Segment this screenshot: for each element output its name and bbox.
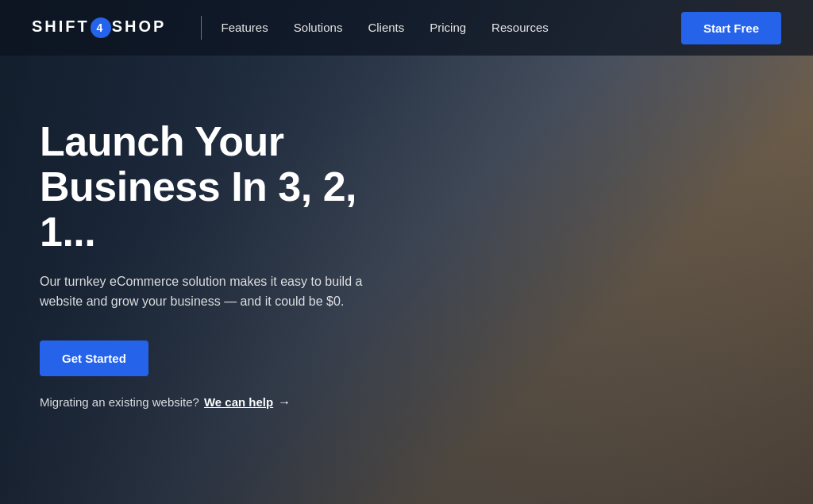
nav-link-solutions[interactable]: Solutions bbox=[294, 21, 343, 34]
logo: SHIFT4SHOP bbox=[32, 17, 166, 38]
nav-links: Features Solutions Clients Pricing Resou… bbox=[221, 21, 681, 35]
hero-headline: Launch Your Business In 3, 2, 1... bbox=[40, 119, 373, 256]
nav-link-clients[interactable]: Clients bbox=[368, 21, 404, 34]
page: SHIFT4SHOP Features Solutions Clients Pr… bbox=[0, 0, 813, 504]
logo-shift-text: SHIFT bbox=[32, 17, 90, 35]
logo-nav-divider bbox=[201, 16, 202, 40]
migration-text: Migrating an existing website? We can he… bbox=[40, 395, 373, 410]
migration-prefix: Migrating an existing website? bbox=[40, 395, 199, 409]
nav-cta-area: Start Free bbox=[681, 12, 781, 44]
logo-shop-text: SHOP bbox=[112, 17, 167, 35]
nav-item-pricing[interactable]: Pricing bbox=[430, 21, 466, 35]
migration-link[interactable]: We can help bbox=[204, 395, 273, 409]
hero-subtext: Our turnkey eCommerce solution makes it … bbox=[40, 271, 373, 312]
nav-item-resources[interactable]: Resources bbox=[491, 21, 549, 35]
nav-item-clients[interactable]: Clients bbox=[368, 21, 404, 35]
get-started-button[interactable]: Get Started bbox=[40, 340, 148, 376]
hero-section: Launch Your Business In 3, 2, 1... Our t… bbox=[0, 56, 413, 441]
nav-link-pricing[interactable]: Pricing bbox=[430, 21, 466, 34]
nav-link-resources[interactable]: Resources bbox=[491, 21, 549, 34]
nav-item-features[interactable]: Features bbox=[221, 21, 268, 35]
arrow-right-icon: → bbox=[278, 395, 291, 410]
logo-four-icon: 4 bbox=[91, 17, 111, 38]
start-free-button[interactable]: Start Free bbox=[681, 12, 781, 44]
nav-item-solutions[interactable]: Solutions bbox=[294, 21, 343, 35]
navbar: SHIFT4SHOP Features Solutions Clients Pr… bbox=[0, 0, 813, 56]
nav-link-features[interactable]: Features bbox=[221, 21, 268, 34]
